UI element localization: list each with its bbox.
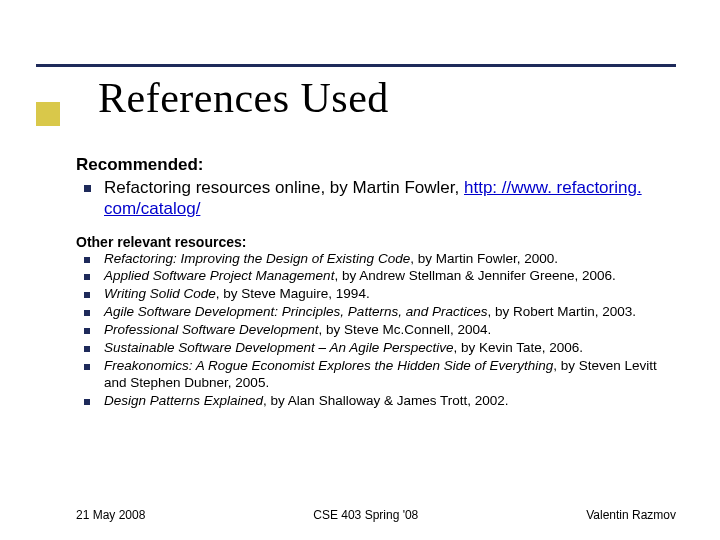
bullet-icon — [84, 328, 90, 334]
book-rest: , by Robert Martin, 2003. — [487, 304, 636, 319]
bullet-icon — [84, 185, 91, 192]
book-title: Agile Software Development: Principles, … — [104, 304, 487, 319]
book-title: Writing Solid Code — [104, 286, 216, 301]
recommended-heading: Recommended: — [76, 155, 676, 175]
slide-title: References Used — [98, 74, 389, 122]
book-title: Design Patterns Explained — [104, 393, 263, 408]
list-item: Professional Software Development, by St… — [76, 322, 676, 339]
book-rest: , by Andrew Stellman & Jennifer Greene, … — [334, 268, 615, 283]
list-item: Applied Software Project Management, by … — [76, 268, 676, 285]
book-title: Applied Software Project Management — [104, 268, 334, 283]
recommended-item: Refactoring resources online, by Martin … — [76, 177, 676, 220]
bullet-icon — [84, 364, 90, 370]
title-rule — [36, 64, 676, 67]
footer-course: CSE 403 Spring '08 — [313, 508, 418, 522]
bullet-icon — [84, 310, 90, 316]
footer-date: 21 May 2008 — [76, 508, 145, 522]
book-rest: , by Martin Fowler, 2000. — [410, 251, 558, 266]
accent-square — [36, 102, 60, 126]
bullet-icon — [84, 257, 90, 263]
book-rest: , by Kevin Tate, 2006. — [453, 340, 583, 355]
bullet-icon — [84, 346, 90, 352]
bullet-icon — [84, 274, 90, 280]
list-item: Agile Software Development: Principles, … — [76, 304, 676, 321]
list-item: Writing Solid Code, by Steve Maguire, 19… — [76, 286, 676, 303]
book-title: Refactoring: Improving the Design of Exi… — [104, 251, 410, 266]
book-title: Freakonomics: A Rogue Economist Explores… — [104, 358, 553, 373]
other-heading: Other relevant resources: — [76, 234, 676, 250]
list-item: Refactoring: Improving the Design of Exi… — [76, 251, 676, 268]
recommended-text: Refactoring resources online, by Martin … — [104, 178, 464, 197]
book-title: Sustainable Software Development – An Ag… — [104, 340, 453, 355]
footer-author: Valentin Razmov — [586, 508, 676, 522]
book-rest: , by Alan Shalloway & James Trott, 2002. — [263, 393, 508, 408]
other-list: Refactoring: Improving the Design of Exi… — [76, 251, 676, 410]
book-title: Professional Software Development — [104, 322, 319, 337]
footer: 21 May 2008 CSE 403 Spring '08 Valentin … — [76, 508, 676, 522]
list-item: Freakonomics: A Rogue Economist Explores… — [76, 358, 676, 392]
recommended-list: Refactoring resources online, by Martin … — [76, 177, 676, 220]
book-rest: , by Steve Mc.Connell, 2004. — [319, 322, 492, 337]
list-item: Sustainable Software Development – An Ag… — [76, 340, 676, 357]
list-item: Design Patterns Explained, by Alan Shall… — [76, 393, 676, 410]
content-area: Recommended: Refactoring resources onlin… — [76, 155, 676, 410]
bullet-icon — [84, 292, 90, 298]
book-rest: , by Steve Maguire, 1994. — [216, 286, 370, 301]
bullet-icon — [84, 399, 90, 405]
